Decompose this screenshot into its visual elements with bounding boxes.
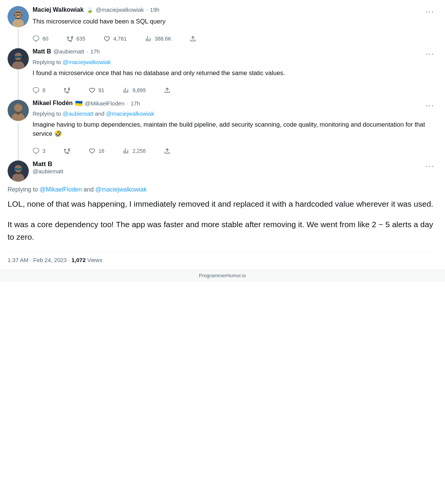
heart-icon-tweet2 bbox=[89, 87, 96, 94]
reply-icon-tweet1 bbox=[33, 35, 39, 42]
tweet4-views-label: Views bbox=[87, 257, 102, 263]
user-name-mattb-2[interactable]: Matt B bbox=[33, 160, 63, 168]
user-name-maciej[interactable]: Maciej Walkowiak bbox=[33, 6, 84, 13]
reply-icon-tweet2 bbox=[33, 87, 39, 94]
views-count-tweet1: 388.6K bbox=[155, 36, 171, 42]
tweet4-views-count: 1,072 bbox=[71, 257, 86, 263]
actions-tweet1: 60 635 4,761 388.6K bbox=[33, 31, 437, 48]
reply-action-tweet2[interactable]: 8 bbox=[33, 87, 45, 94]
reply-link-mikael[interactable]: @MikaelFloden bbox=[40, 186, 82, 193]
like-action-tweet1[interactable]: 4,761 bbox=[103, 35, 127, 42]
time-tweet1: 19h bbox=[150, 6, 160, 13]
more-menu-tweet2[interactable]: ··· bbox=[423, 48, 437, 59]
heart-icon-tweet3 bbox=[89, 148, 96, 154]
user-handle-maciej[interactable]: @maciejwalkowiak bbox=[96, 6, 144, 13]
reply-link-maciej2[interactable]: @maciejwalkowiak bbox=[106, 110, 154, 117]
views-count-tweet2: 9,899 bbox=[132, 87, 146, 93]
svg-rect-16 bbox=[19, 56, 22, 58]
views-icon-tweet3 bbox=[122, 148, 129, 154]
heart-icon-tweet1 bbox=[103, 35, 110, 42]
like-action-tweet3[interactable]: 16 bbox=[89, 148, 105, 154]
reply-count-tweet3: 3 bbox=[42, 148, 45, 154]
reply-to-tweet4: Replying to @MikaelFloden and @maciejwal… bbox=[8, 186, 437, 193]
views-icon-tweet1 bbox=[145, 35, 152, 42]
user-emoji-maciej: 🍃 bbox=[86, 6, 94, 13]
actions-tweet3: 3 16 2,258 bbox=[33, 143, 437, 160]
reply-count-tweet1: 60 bbox=[42, 36, 49, 42]
user-handle-mattb[interactable]: @aubiematt bbox=[53, 48, 84, 55]
tweet-1: Maciej Walkowiak 🍃 @maciejwalkowiak · 19… bbox=[0, 0, 445, 48]
user-handle-mattb-2[interactable]: @aubiematt bbox=[33, 168, 63, 174]
tweet4-timestamp: 1:37 AM · Feb 24, 2023 bbox=[8, 257, 67, 263]
share-action-tweet3[interactable] bbox=[164, 148, 171, 154]
time-tweet2: 17h bbox=[90, 48, 100, 55]
tweet-text-4-para1: LOL, none of that was happening, I immed… bbox=[8, 198, 437, 210]
like-action-tweet2[interactable]: 91 bbox=[89, 87, 105, 94]
tweet-2: Matt B @aubiematt · 17h ··· Replying to … bbox=[0, 48, 445, 100]
retweet-action-tweet2[interactable] bbox=[64, 87, 71, 94]
watermark: ProgrammerHumor.io bbox=[0, 270, 445, 281]
more-menu-tweet1[interactable]: ··· bbox=[423, 6, 437, 17]
reply-action-tweet1[interactable]: 60 bbox=[33, 35, 49, 42]
reply-icon-tweet3 bbox=[33, 148, 39, 154]
reply-link-maciej3[interactable]: @maciejwalkowiak bbox=[96, 186, 147, 193]
retweet-icon-tweet1 bbox=[67, 35, 74, 42]
share-icon-tweet3 bbox=[164, 148, 171, 154]
more-menu-tweet4[interactable]: ··· bbox=[423, 160, 437, 171]
reply-to-tweet3: Replying to @aubiematt and @maciejwalkow… bbox=[33, 110, 437, 117]
reply-action-tweet3[interactable]: 3 bbox=[33, 148, 45, 154]
time-tweet3: 17h bbox=[130, 100, 140, 107]
avatar-maciej[interactable] bbox=[8, 6, 29, 27]
user-name-mattb[interactable]: Matt B bbox=[33, 48, 51, 55]
reply-link-aubiematt[interactable]: @aubiematt bbox=[63, 110, 93, 117]
user-handle-mikael[interactable]: @MikaelFloden bbox=[85, 100, 124, 107]
tweet-3: Mikael Flodén 🇺🇦 @MikaelFloden · 17h ···… bbox=[0, 100, 445, 161]
like-count-tweet1: 4,761 bbox=[113, 36, 127, 42]
views-icon-tweet2 bbox=[122, 87, 129, 94]
reply-count-tweet2: 8 bbox=[42, 87, 45, 93]
tweet-4: Matt B @aubiematt ··· Replying to @Mikae… bbox=[0, 160, 445, 270]
tweet-text-3: Imagine having to bump dependencies, mai… bbox=[33, 120, 437, 139]
share-icon-tweet1 bbox=[190, 35, 196, 42]
reply-link-maciej[interactable]: @maciejwalkowiak bbox=[63, 59, 111, 65]
svg-rect-15 bbox=[14, 56, 17, 58]
share-action-tweet1[interactable] bbox=[190, 35, 196, 42]
views-action-tweet2[interactable]: 9,899 bbox=[122, 87, 146, 94]
actions-tweet2: 8 91 9,899 bbox=[33, 82, 437, 100]
svg-point-18 bbox=[14, 104, 22, 112]
like-count-tweet3: 16 bbox=[99, 148, 105, 154]
views-action-tweet3[interactable]: 2,258 bbox=[122, 148, 146, 154]
tweet-text-2: I found a microservice once that has no … bbox=[33, 68, 437, 78]
avatar-mattb-1[interactable] bbox=[8, 48, 29, 69]
views-count-tweet3: 2,258 bbox=[132, 148, 146, 154]
dot-sep-2: · bbox=[86, 48, 88, 55]
avatar-mattb-2[interactable] bbox=[8, 160, 29, 182]
more-menu-tweet3[interactable]: ··· bbox=[423, 100, 437, 110]
retweet-action-tweet3[interactable] bbox=[64, 148, 71, 154]
dot-sep-3: · bbox=[127, 100, 128, 107]
dot-sep-1: · bbox=[146, 6, 148, 13]
retweet-icon-tweet3 bbox=[64, 148, 71, 154]
svg-rect-24 bbox=[19, 168, 22, 170]
user-emoji-mikael: 🇺🇦 bbox=[75, 100, 83, 107]
retweet-icon-tweet2 bbox=[64, 87, 71, 94]
like-count-tweet2: 91 bbox=[99, 87, 105, 93]
share-action-tweet2[interactable] bbox=[164, 87, 171, 94]
reply-to-tweet2: Replying to @maciejwalkowiak bbox=[33, 59, 437, 65]
user-name-mikael[interactable]: Mikael Flodén bbox=[33, 100, 73, 107]
avatar-mikael[interactable] bbox=[8, 100, 29, 121]
retweet-action-tweet1[interactable]: 635 bbox=[67, 35, 85, 42]
tweet-text-4-para2: It was a core dependency too! The app wa… bbox=[8, 218, 437, 243]
share-icon-tweet2 bbox=[164, 87, 171, 94]
svg-rect-23 bbox=[14, 168, 17, 170]
views-action-tweet1[interactable]: 388.6K bbox=[145, 35, 171, 42]
retweet-count-tweet1: 635 bbox=[77, 36, 85, 42]
tweet-text-1: This microservice could have been a SQL … bbox=[33, 17, 437, 26]
